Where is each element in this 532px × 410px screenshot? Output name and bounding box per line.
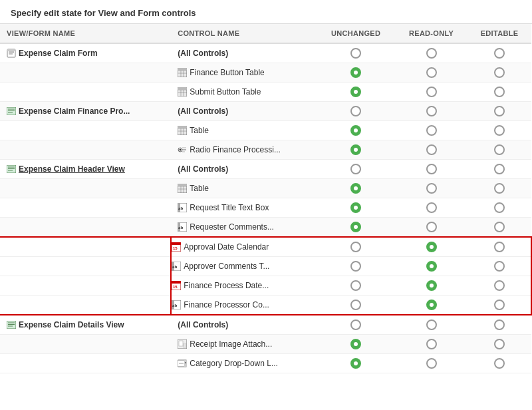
readonly-cell[interactable] xyxy=(395,140,467,160)
unchanged-cell[interactable] xyxy=(317,335,395,354)
readonly-cell[interactable] xyxy=(395,63,467,83)
radio-filled[interactable] xyxy=(350,358,361,369)
radio-empty[interactable] xyxy=(494,222,505,232)
readonly-cell[interactable] xyxy=(395,160,467,179)
radio-empty[interactable] xyxy=(426,339,437,349)
editable-cell[interactable] xyxy=(467,43,531,63)
radio-empty[interactable] xyxy=(350,164,361,174)
readonly-cell[interactable] xyxy=(395,315,467,335)
radio-empty[interactable] xyxy=(426,164,437,174)
unchanged-cell[interactable] xyxy=(317,121,395,140)
unchanged-cell[interactable] xyxy=(317,218,395,238)
editable-cell[interactable] xyxy=(467,198,531,218)
radio-empty[interactable] xyxy=(494,164,505,174)
unchanged-cell[interactable] xyxy=(317,198,395,218)
radio-empty[interactable] xyxy=(426,183,437,194)
radio-empty[interactable] xyxy=(494,67,505,78)
unchanged-cell[interactable] xyxy=(317,102,395,121)
radio-empty[interactable] xyxy=(494,144,505,155)
radio-empty[interactable] xyxy=(494,48,505,59)
editable-cell[interactable] xyxy=(467,140,531,160)
unchanged-cell[interactable] xyxy=(317,257,395,276)
unchanged-cell[interactable] xyxy=(317,160,395,179)
readonly-cell[interactable] xyxy=(395,335,467,354)
editable-cell[interactable] xyxy=(467,296,531,315)
radio-filled[interactable] xyxy=(350,183,361,194)
radio-filled[interactable] xyxy=(350,339,361,349)
radio-filled[interactable] xyxy=(350,144,361,155)
unchanged-cell[interactable] xyxy=(317,83,395,102)
radio-empty[interactable] xyxy=(350,261,361,272)
radio-empty[interactable] xyxy=(494,339,505,349)
radio-empty[interactable] xyxy=(494,125,505,136)
editable-cell[interactable] xyxy=(467,276,531,296)
radio-empty[interactable] xyxy=(494,87,505,97)
editable-cell[interactable] xyxy=(467,160,531,179)
radio-empty[interactable] xyxy=(494,319,505,330)
radio-empty[interactable] xyxy=(494,202,505,213)
radio-empty[interactable] xyxy=(494,183,505,194)
radio-empty[interactable] xyxy=(350,280,361,291)
unchanged-cell[interactable] xyxy=(317,276,395,296)
radio-empty[interactable] xyxy=(426,87,437,97)
unchanged-cell[interactable] xyxy=(317,315,395,335)
readonly-cell[interactable] xyxy=(395,179,467,198)
editable-cell[interactable] xyxy=(467,121,531,140)
radio-empty[interactable] xyxy=(494,261,505,272)
editable-cell[interactable] xyxy=(467,63,531,83)
unchanged-cell[interactable] xyxy=(317,63,395,83)
radio-empty[interactable] xyxy=(494,300,505,310)
unchanged-cell[interactable] xyxy=(317,237,395,257)
radio-filled[interactable] xyxy=(350,67,361,78)
readonly-cell[interactable] xyxy=(395,198,467,218)
radio-empty[interactable] xyxy=(426,144,437,155)
radio-empty[interactable] xyxy=(426,67,437,78)
readonly-cell[interactable] xyxy=(395,218,467,238)
unchanged-cell[interactable] xyxy=(317,354,395,373)
radio-filled[interactable] xyxy=(350,87,361,97)
editable-cell[interactable] xyxy=(467,237,531,257)
editable-cell[interactable] xyxy=(467,218,531,238)
readonly-cell[interactable] xyxy=(395,43,467,63)
readonly-cell[interactable] xyxy=(395,276,467,296)
radio-empty[interactable] xyxy=(350,48,361,59)
editable-cell[interactable] xyxy=(467,257,531,276)
unchanged-cell[interactable] xyxy=(317,43,395,63)
radio-empty[interactable] xyxy=(426,48,437,59)
readonly-cell[interactable] xyxy=(395,257,467,276)
editable-cell[interactable] xyxy=(467,83,531,102)
editable-cell[interactable] xyxy=(467,354,531,373)
radio-empty[interactable] xyxy=(426,106,437,116)
radio-filled[interactable] xyxy=(426,280,437,291)
radio-empty[interactable] xyxy=(494,280,505,291)
radio-filled[interactable] xyxy=(350,202,361,213)
radio-empty[interactable] xyxy=(350,319,361,330)
readonly-cell[interactable] xyxy=(395,121,467,140)
radio-filled[interactable] xyxy=(426,300,437,310)
unchanged-cell[interactable] xyxy=(317,140,395,160)
readonly-cell[interactable] xyxy=(395,237,467,257)
editable-cell[interactable] xyxy=(467,335,531,354)
readonly-cell[interactable] xyxy=(395,354,467,373)
readonly-cell[interactable] xyxy=(395,296,467,315)
radio-filled[interactable] xyxy=(426,261,437,272)
unchanged-cell[interactable] xyxy=(317,179,395,198)
editable-cell[interactable] xyxy=(467,315,531,335)
radio-empty[interactable] xyxy=(350,300,361,310)
radio-empty[interactable] xyxy=(426,202,437,213)
unchanged-cell[interactable] xyxy=(317,296,395,315)
radio-empty[interactable] xyxy=(494,106,505,116)
radio-empty[interactable] xyxy=(494,358,505,369)
editable-cell[interactable] xyxy=(467,179,531,198)
radio-empty[interactable] xyxy=(494,242,505,252)
editable-cell[interactable] xyxy=(467,102,531,121)
radio-filled[interactable] xyxy=(426,242,437,252)
radio-empty[interactable] xyxy=(350,242,361,252)
radio-empty[interactable] xyxy=(426,319,437,330)
radio-filled[interactable] xyxy=(350,222,361,232)
readonly-cell[interactable] xyxy=(395,83,467,102)
readonly-cell[interactable] xyxy=(395,102,467,121)
radio-empty[interactable] xyxy=(350,106,361,116)
radio-filled[interactable] xyxy=(350,125,361,136)
radio-empty[interactable] xyxy=(426,358,437,369)
